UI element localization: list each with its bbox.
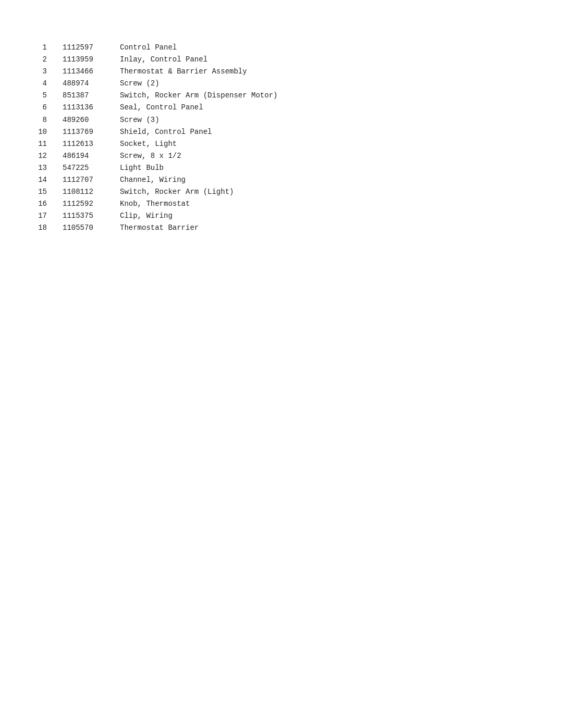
part-number: 1105570: [63, 222, 120, 234]
table-row: 12486194Screw, 8 x 1/2: [31, 150, 563, 162]
item-number: 8: [31, 114, 63, 126]
part-number: 488974: [63, 78, 120, 90]
item-number: 13: [31, 162, 63, 174]
part-number: 1108112: [63, 186, 120, 198]
table-row: 4488974Screw (2): [31, 78, 563, 90]
part-description: Socket, Light: [120, 138, 563, 150]
table-row: 31113466Thermostat & Barrier Assembly: [31, 66, 563, 78]
table-row: 101113769Shield, Control Panel: [31, 126, 563, 138]
part-description: Shield, Control Panel: [120, 126, 563, 138]
item-number: 4: [31, 78, 63, 90]
item-number: 3: [31, 66, 63, 78]
item-number: 17: [31, 210, 63, 222]
table-row: 21113959Inlay, Control Panel: [31, 54, 563, 66]
part-number: 1113959: [63, 54, 120, 66]
part-number: 1112613: [63, 138, 120, 150]
table-row: 13547225Light Bulb: [31, 162, 563, 174]
part-description: Control Panel: [120, 42, 563, 54]
item-number: 10: [31, 126, 63, 138]
item-number: 2: [31, 54, 63, 66]
part-number: 1112592: [63, 198, 120, 210]
table-row: 8489260Screw (3): [31, 114, 563, 126]
item-number: 18: [31, 222, 63, 234]
part-description: Thermostat Barrier: [120, 222, 563, 234]
table-row: 5851387Switch, Rocker Arm (Dispenser Mot…: [31, 90, 563, 102]
item-number: 12: [31, 150, 63, 162]
part-number: 1113466: [63, 66, 120, 78]
part-number: 1112707: [63, 174, 120, 186]
item-number: 5: [31, 90, 63, 102]
table-row: 141112707Channel, Wiring: [31, 174, 563, 186]
table-row: 111112613Socket, Light: [31, 138, 563, 150]
part-description: Screw (3): [120, 114, 563, 126]
part-number: 851387: [63, 90, 120, 102]
table-row: 11112597Control Panel: [31, 42, 563, 54]
part-number: 1112597: [63, 42, 120, 54]
part-description: Knob, Thermostat: [120, 198, 563, 210]
part-description: Screw (2): [120, 78, 563, 90]
parts-table: 11112597Control Panel21113959Inlay, Cont…: [31, 42, 563, 235]
part-number: 547225: [63, 162, 120, 174]
item-number: 14: [31, 174, 63, 186]
table-row: 151108112Switch, Rocker Arm (Light): [31, 186, 563, 198]
part-description: Seal, Control Panel: [120, 102, 563, 114]
part-description: Switch, Rocker Arm (Light): [120, 186, 563, 198]
part-description: Switch, Rocker Arm (Dispenser Motor): [120, 90, 563, 102]
item-number: 16: [31, 198, 63, 210]
part-description: Thermostat & Barrier Assembly: [120, 66, 563, 78]
part-number: 1115375: [63, 210, 120, 222]
table-row: 61113136Seal, Control Panel: [31, 102, 563, 114]
part-number: 1113136: [63, 102, 120, 114]
part-description: Channel, Wiring: [120, 174, 563, 186]
part-description: Inlay, Control Panel: [120, 54, 563, 66]
table-row: 171115375Clip, Wiring: [31, 210, 563, 222]
part-number: 486194: [63, 150, 120, 162]
item-number: 15: [31, 186, 63, 198]
item-number: 6: [31, 102, 63, 114]
item-number: 11: [31, 138, 63, 150]
part-description: Clip, Wiring: [120, 210, 563, 222]
part-number: 489260: [63, 114, 120, 126]
part-number: 1113769: [63, 126, 120, 138]
table-row: 181105570Thermostat Barrier: [31, 222, 563, 234]
part-description: Light Bulb: [120, 162, 563, 174]
item-number: 1: [31, 42, 63, 54]
part-description: Screw, 8 x 1/2: [120, 150, 563, 162]
table-row: 161112592Knob, Thermostat: [31, 198, 563, 210]
